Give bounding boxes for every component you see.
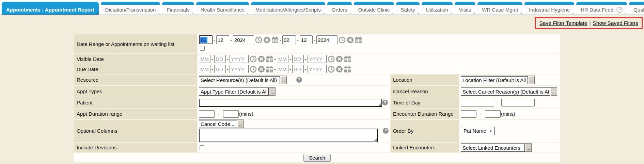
order-by-selected-value: Pat Name [464,128,486,134]
patient-label: Patient [74,97,197,108]
due-from-month-field[interactable] [199,65,210,73]
optional-columns-picker-button[interactable]: ... [237,120,244,128]
resize-grip-icon[interactable] [374,138,377,141]
range-separator: - [480,111,482,117]
tab-wr-case-mgmt[interactable]: WR Case Mgmt [477,2,522,15]
cancel-reason-field[interactable] [461,88,550,96]
tab-utilization[interactable]: Utilization [422,2,453,15]
appt-types-label: Appt Types [74,86,197,97]
tab-medications-allergies-scripts[interactable]: Medications/Allergies/Scripts [251,2,325,15]
tab-hr-data-feed[interactable]: HR Data Feed ↗ [576,2,627,15]
visible-to-year-field[interactable] [308,55,327,63]
clock-icon[interactable] [250,66,257,73]
mins-unit-label: (mins) [501,111,515,117]
tab-label: Quality of Care [633,7,644,13]
visible-to-day-field[interactable] [292,55,304,63]
encounter-duration-max-field[interactable] [485,110,501,118]
optional-columns-label: Optional Columns [74,120,197,142]
linked-encounters-cell: ... [459,143,560,152]
patient-field[interactable] [200,99,381,106]
calendar-icon[interactable] [266,55,273,63]
help-icon[interactable]: ? [383,128,389,134]
tab-health-surveillance[interactable]: Health Surveillance [196,2,249,15]
tab-label: Dictation/Transcription [105,7,156,13]
optional-columns-textarea[interactable] [200,129,377,142]
tab-safety[interactable]: Safety [396,2,420,15]
date-from-month-field[interactable]: 02 [199,35,213,44]
clock-icon[interactable] [250,55,257,63]
time-of-day-from-field[interactable] [461,99,494,106]
due-from-year-field[interactable] [230,65,249,73]
order-by-select[interactable]: Pat Name ∨ [461,127,495,135]
due-to-year-field[interactable] [308,65,327,73]
visible-from-year-field[interactable] [230,55,249,63]
visible-to-month-field[interactable] [277,55,288,63]
calendar-icon[interactable] [266,66,273,73]
date-from-day-field[interactable] [216,35,229,44]
tab-orders[interactable]: Orders [327,2,352,15]
tab-industrial-hygiene[interactable]: Industrial Hygiene [524,2,574,15]
cancel-reason-picker-button[interactable]: ... [551,88,557,96]
visible-from-day-field[interactable] [214,55,226,63]
tab-appointments-appointment-report[interactable]: Appointments : Appointment Report [2,2,99,15]
tab-dictation-transcription[interactable]: Dictation/Transcription [101,2,160,15]
due-to-day-field[interactable] [292,65,304,73]
date-to-month-field[interactable] [282,35,296,44]
resource-field[interactable] [199,76,280,84]
search-button[interactable]: Search [303,154,331,162]
clock-icon[interactable] [255,36,262,44]
save-filter-template-link[interactable]: Save Filter Template [539,20,587,26]
due-date-label: Due Date [74,64,197,74]
date-to-day-field[interactable] [300,35,313,44]
appt-types-field[interactable] [199,88,269,96]
clock-icon[interactable] [328,66,335,73]
external-link-icon: ↗ [616,7,623,13]
tab-outside-clinic[interactable]: Outside Clinic [354,2,394,15]
resource-cell: ... ? [198,75,390,85]
tab-label: Safety [400,7,415,13]
help-icon[interactable]: ? [382,100,388,105]
help-icon[interactable]: ? [296,77,302,83]
clear-icon[interactable] [336,55,343,63]
location-field[interactable] [461,76,528,84]
tab-quality-of-care[interactable]: Quality of Care [629,2,644,15]
mins-unit-label: (mins) [239,111,253,117]
appt-duration-max-field[interactable] [223,110,239,118]
calendar-icon[interactable] [344,55,351,63]
linked-encounters-picker-button[interactable]: ... [525,144,532,152]
linked-encounters-field[interactable] [461,144,525,152]
resize-grip-icon[interactable] [378,103,381,106]
tab-visits[interactable]: Visits [455,2,476,15]
waiting-list-checkbox[interactable] [200,46,205,51]
link-separator: | [589,20,591,26]
tab-label: Medications/Allergies/Scripts [255,7,321,13]
due-from-day-field[interactable] [214,65,226,73]
due-to-month-field[interactable] [277,65,288,73]
calendar-icon[interactable] [344,66,351,73]
optional-columns-field[interactable] [199,120,237,128]
show-saved-filters-link[interactable]: Show Saved Filters [593,20,638,26]
encounter-duration-min-field[interactable] [461,110,476,118]
location-picker-button[interactable]: ... [528,76,535,84]
tab-financials[interactable]: Financials [162,2,194,15]
clear-icon[interactable] [336,66,343,73]
resource-picker-button[interactable]: ... [280,76,287,84]
appt-duration-min-field[interactable] [199,110,215,118]
date-to-year-field[interactable] [316,35,337,44]
clear-icon[interactable] [347,36,354,44]
linked-encounters-label: Linked Encounters [391,143,459,152]
appt-types-cell: ... [198,86,390,97]
clock-icon[interactable] [339,36,346,44]
appt-types-picker-button[interactable]: ... [269,88,276,96]
clock-icon[interactable] [328,55,335,63]
visible-from-month-field[interactable] [199,55,210,63]
time-of-day-to-field[interactable] [501,99,535,106]
location-combo: ... [461,76,535,84]
calendar-icon[interactable] [355,36,362,44]
calendar-icon[interactable] [271,36,279,44]
clear-icon[interactable] [263,36,270,44]
clear-icon[interactable] [258,66,265,73]
date-from-year-field[interactable] [233,35,254,44]
clear-icon[interactable] [258,55,265,63]
include-revisions-checkbox[interactable] [200,145,204,150]
